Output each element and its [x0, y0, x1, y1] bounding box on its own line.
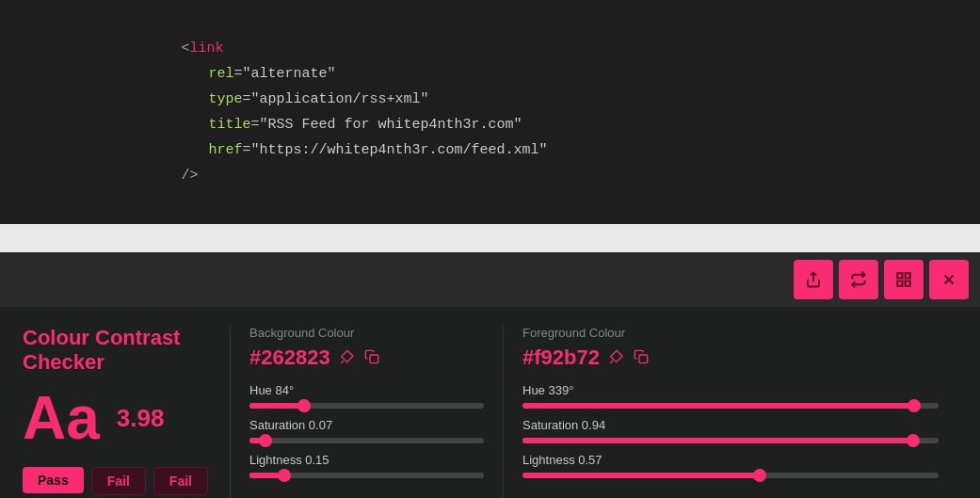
- preview-area: Aa 3.98: [23, 388, 211, 448]
- foreground-hue-section: Hue 339°: [522, 383, 939, 409]
- background-saturation-label: Saturation 0.07: [249, 418, 484, 432]
- background-eyedropper-button[interactable]: [340, 349, 355, 367]
- foreground-lightness-label: Lightness 0.57: [522, 453, 939, 467]
- grid-button[interactable]: [884, 260, 924, 299]
- foreground-panel: Foreground Colour #f92b72 Hue 339°: [503, 326, 957, 498]
- svg-line-7: [341, 361, 344, 363]
- close-button[interactable]: [929, 260, 969, 299]
- foreground-hex: #f92b72: [522, 345, 600, 370]
- foreground-hex-row: #f92b72: [522, 345, 939, 370]
- foreground-eyedropper-button[interactable]: [609, 349, 624, 367]
- svg-rect-2: [906, 273, 910, 278]
- tag-name: link: [190, 40, 224, 56]
- background-lightness-track[interactable]: [249, 473, 484, 478]
- code-block: <link rel="alternate" type="application/…: [152, 9, 829, 215]
- background-hex: #262823: [249, 345, 330, 370]
- svg-rect-10: [639, 355, 648, 363]
- background-hue-track[interactable]: [249, 403, 484, 409]
- badge-aa-large-label: Pass: [23, 467, 84, 493]
- separator-strip: [0, 224, 980, 252]
- background-hue-section: Hue 84°: [249, 383, 484, 409]
- preview-text: Aa: [23, 388, 100, 448]
- badge-aa-normal: Fail AA Normal: [153, 467, 208, 498]
- foreground-hue-track[interactable]: [522, 403, 939, 409]
- left-panel: Colour Contrast Checker Aa 3.98 Pass AA …: [23, 326, 230, 498]
- checker-title: Colour Contrast Checker: [23, 326, 211, 375]
- background-hue-label: Hue 84°: [249, 383, 484, 397]
- background-lightness-section: Lightness 0.15: [249, 453, 484, 478]
- foreground-saturation-label: Saturation 0.94: [522, 418, 939, 432]
- foreground-saturation-track[interactable]: [522, 438, 939, 443]
- foreground-saturation-section: Saturation 0.94: [522, 418, 939, 443]
- foreground-lightness-track[interactable]: [522, 473, 939, 478]
- svg-rect-8: [370, 355, 378, 363]
- background-saturation-section: Saturation 0.07: [249, 418, 484, 443]
- foreground-panel-label: Foreground Colour: [522, 326, 939, 340]
- toolbar: [0, 252, 980, 307]
- badge-aa-normal-label: Fail: [153, 467, 208, 495]
- background-saturation-track[interactable]: [249, 438, 484, 443]
- swap-button[interactable]: [839, 260, 878, 299]
- background-hex-row: #262823: [249, 345, 484, 370]
- colour-contrast-checker: Colour Contrast Checker Aa 3.98 Pass AA …: [0, 307, 980, 498]
- svg-rect-1: [897, 273, 902, 278]
- background-panel-label: Background Colour: [249, 326, 484, 340]
- svg-line-9: [610, 361, 613, 363]
- badge-aa-large: Pass AA Large: [23, 467, 84, 498]
- svg-rect-3: [897, 281, 902, 286]
- svg-rect-4: [906, 281, 910, 286]
- badges-row: Pass AA Large Fail AAA Large Fail AA Nor…: [23, 467, 211, 498]
- background-copy-button[interactable]: [364, 349, 379, 367]
- foreground-lightness-section: Lightness 0.57: [522, 453, 939, 478]
- badge-aaa-large-label: Fail: [91, 467, 146, 495]
- foreground-hue-label: Hue 339°: [522, 383, 939, 397]
- background-lightness-label: Lightness 0.15: [249, 453, 484, 467]
- background-panel: Background Colour #262823 Hue 84°: [230, 326, 503, 498]
- contrast-ratio: 3.98: [117, 404, 165, 433]
- foreground-copy-button[interactable]: [634, 349, 649, 367]
- badge-aaa-large: Fail AAA Large: [91, 467, 146, 498]
- share-button[interactable]: [794, 260, 833, 299]
